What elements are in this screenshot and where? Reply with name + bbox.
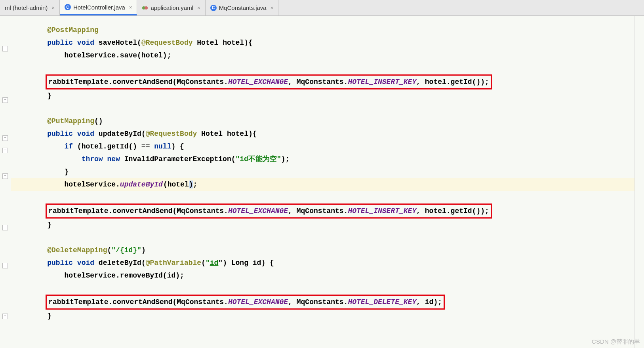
fold-icon[interactable]: − [2,225,8,230]
java-class-icon: C [65,4,71,10]
code-editor[interactable]: @PostMapping public void saveHotel(@Requ… [11,16,644,348]
highlighted-rabbit-line-1: rabbitTemplate.convertAndSend(MqConstant… [11,74,644,89]
editor-tabs: ml (hotel-admin) × C HotelController.jav… [0,0,644,16]
fold-icon[interactable]: − [2,97,8,103]
editor-area: − − − − − − − − @PostMapping public void… [0,16,644,348]
code-line [11,282,644,295]
close-icon[interactable]: × [51,5,55,11]
code-line [11,191,644,203]
code-line [11,62,644,74]
tab-hotel-admin[interactable]: ml (hotel-admin) × [0,0,60,15]
watermark: CSDN @替罪的羊 [592,338,640,346]
java-class-icon: C [210,5,217,11]
code-line [11,102,644,115]
code-line [11,231,644,244]
highlighted-rabbit-line-3: rabbitTemplate.convertAndSend(MqConstant… [11,295,644,310]
tab-label: ml (hotel-admin) [5,4,48,11]
tab-label: MqConstants.java [219,4,267,11]
fold-icon[interactable]: − [2,46,8,51]
fold-icon[interactable]: − [2,148,8,153]
code-line: } [11,219,644,231]
code-line: } [11,165,644,178]
code-line: throw new InvalidParameterException("id不… [11,153,644,165]
tab-label: application.yaml [151,4,193,11]
cursor-line: hotelService.updateById(hotel); [11,178,644,191]
code-line: public void saveHotel(@RequestBody Hotel… [11,36,644,49]
fold-icon[interactable]: − [2,263,8,268]
highlighted-rabbit-line-2: rabbitTemplate.convertAndSend(MqConstant… [11,203,644,219]
code-line: hotelService.removeById(id); [11,269,644,282]
close-icon[interactable]: × [197,5,200,11]
right-gutter [634,16,644,348]
code-line: public void updateById(@RequestBody Hote… [11,127,644,140]
code-line: @PutMapping() [11,115,644,127]
code-line: } [11,89,644,102]
code-line: hotelService.save(hotel); [11,49,644,62]
yaml-icon [142,5,148,11]
fold-icon[interactable]: − [2,173,8,179]
tab-mqconstants[interactable]: C MqConstants.java × [206,0,279,15]
tab-hotelcontroller[interactable]: C HotelController.java × [60,0,137,15]
tab-label: HotelController.java [73,4,125,11]
code-line: @PostMapping [11,24,644,36]
svg-point-1 [145,6,148,10]
gutter: − − − − − − − − [0,16,11,348]
code-line: public void deleteById(@PathVariable("id… [11,257,644,269]
close-icon[interactable]: × [271,5,274,11]
code-line: if (hotel.getId() == null) { [11,140,644,153]
fold-icon[interactable]: − [2,135,8,141]
fold-icon[interactable]: − [2,314,8,319]
code-line: @DeleteMapping("/{id}") [11,244,644,257]
code-line: } [11,310,644,322]
close-icon[interactable]: × [129,4,132,10]
tab-application-yaml[interactable]: application.yaml × [137,0,205,15]
